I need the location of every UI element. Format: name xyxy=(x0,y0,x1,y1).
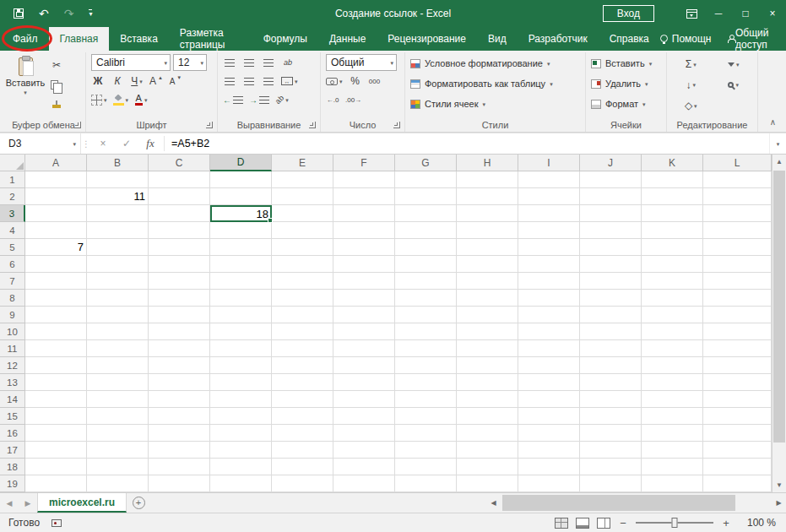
row-header-19[interactable]: 19 xyxy=(0,475,25,492)
cell-J15[interactable] xyxy=(580,408,642,425)
cell-B3[interactable] xyxy=(87,205,149,222)
cell-F10[interactable] xyxy=(333,323,395,340)
underline-button[interactable]: Ч▾ xyxy=(130,73,144,90)
cell-H9[interactable] xyxy=(457,307,518,323)
cell-L6[interactable] xyxy=(703,256,772,273)
cell-D15[interactable] xyxy=(210,408,272,425)
cell-G7[interactable] xyxy=(395,273,457,290)
clipboard-dialog-launcher[interactable] xyxy=(74,122,81,128)
row-header-6[interactable]: 6 xyxy=(0,256,25,273)
column-header-B[interactable]: B xyxy=(87,155,149,171)
cell-I8[interactable] xyxy=(518,290,580,307)
column-header-J[interactable]: J xyxy=(580,155,642,171)
alignment-dialog-launcher[interactable] xyxy=(309,122,316,128)
name-box[interactable]: D3 ▾ xyxy=(0,133,81,154)
cell-I1[interactable] xyxy=(518,171,580,188)
select-all-button[interactable] xyxy=(0,155,25,171)
cell-F9[interactable] xyxy=(333,307,395,323)
cell-E10[interactable] xyxy=(272,323,333,340)
cell-I14[interactable] xyxy=(518,391,580,408)
cell-A8[interactable] xyxy=(25,290,87,307)
cell-J11[interactable] xyxy=(580,340,642,357)
tab-data[interactable]: Данные xyxy=(318,27,377,51)
enter-button[interactable]: ✓ xyxy=(115,133,138,154)
tab-developer[interactable]: Разработчик xyxy=(518,27,599,51)
cell-L17[interactable] xyxy=(703,442,772,459)
row-header-1[interactable]: 1 xyxy=(0,171,25,188)
row-header-5[interactable]: 5 xyxy=(0,239,25,256)
bold-button[interactable]: Ж xyxy=(91,73,105,90)
cell-D5[interactable] xyxy=(210,239,272,256)
scroll-up-button[interactable]: ▲ xyxy=(772,155,786,169)
cell-J1[interactable] xyxy=(580,171,642,188)
cell-I17[interactable] xyxy=(518,442,580,459)
cell-B16[interactable] xyxy=(87,425,149,442)
cell-A18[interactable] xyxy=(25,459,87,475)
column-header-E[interactable]: E xyxy=(272,155,333,171)
align-center-button[interactable] xyxy=(242,73,256,90)
cell-I7[interactable] xyxy=(518,273,580,290)
column-header-C[interactable]: C xyxy=(149,155,210,171)
sort-filter-button[interactable]: ▾ xyxy=(718,56,750,73)
cell-I2[interactable] xyxy=(518,188,580,205)
cell-A5[interactable]: 7 xyxy=(25,239,87,256)
cell-A17[interactable] xyxy=(25,442,87,459)
cell-B13[interactable] xyxy=(87,374,149,391)
cell-F7[interactable] xyxy=(333,273,395,290)
minimize-button[interactable]: ─ xyxy=(705,0,732,27)
cell-D14[interactable] xyxy=(210,391,272,408)
format-as-table-button[interactable]: Форматировать как таблицу ▾ xyxy=(409,73,582,94)
cell-D8[interactable] xyxy=(210,290,272,307)
tab-file[interactable]: Файл xyxy=(2,27,49,51)
cell-L8[interactable] xyxy=(703,290,772,307)
cell-G10[interactable] xyxy=(395,323,457,340)
cell-H14[interactable] xyxy=(457,391,518,408)
cell-L18[interactable] xyxy=(703,459,772,475)
formula-bar-expand-button[interactable]: ▾ xyxy=(769,133,786,154)
cell-K14[interactable] xyxy=(642,391,703,408)
scroll-right-button[interactable]: ▶ xyxy=(772,493,786,513)
cell-A1[interactable] xyxy=(25,171,87,188)
zoom-slider-thumb[interactable] xyxy=(672,518,678,528)
cell-F18[interactable] xyxy=(333,459,395,475)
cell-K6[interactable] xyxy=(642,256,703,273)
cell-L13[interactable] xyxy=(703,374,772,391)
font-color-button[interactable]: А▾ xyxy=(134,91,148,108)
view-page-break-button[interactable] xyxy=(597,518,610,529)
cell-A11[interactable] xyxy=(25,340,87,357)
cell-E18[interactable] xyxy=(272,459,333,475)
cell-H8[interactable] xyxy=(457,290,518,307)
cell-L3[interactable] xyxy=(703,205,772,222)
italic-button[interactable]: К xyxy=(111,73,124,90)
row-header-13[interactable]: 13 xyxy=(0,374,25,391)
cell-J8[interactable] xyxy=(580,290,642,307)
row-header-9[interactable]: 9 xyxy=(0,307,25,323)
cell-B2[interactable]: 11 xyxy=(87,188,149,205)
cell-B5[interactable] xyxy=(87,239,149,256)
cell-I9[interactable] xyxy=(518,307,580,323)
cell-J2[interactable] xyxy=(580,188,642,205)
cell-H3[interactable] xyxy=(457,205,518,222)
cell-A3[interactable] xyxy=(25,205,87,222)
cell-D6[interactable] xyxy=(210,256,272,273)
cell-L15[interactable] xyxy=(703,408,772,425)
cell-G12[interactable] xyxy=(395,357,457,374)
cell-G15[interactable] xyxy=(395,408,457,425)
cell-I5[interactable] xyxy=(518,239,580,256)
cell-F15[interactable] xyxy=(333,408,395,425)
format-painter-button[interactable] xyxy=(50,95,63,112)
sign-in-button[interactable]: Вход xyxy=(603,5,654,22)
scroll-down-button[interactable]: ▼ xyxy=(772,478,786,492)
cell-H13[interactable] xyxy=(457,374,518,391)
cell-F3[interactable] xyxy=(333,205,395,222)
cell-K17[interactable] xyxy=(642,442,703,459)
column-header-L[interactable]: L xyxy=(703,155,772,171)
cell-A6[interactable] xyxy=(25,256,87,273)
cell-L19[interactable] xyxy=(703,475,772,492)
cell-K15[interactable] xyxy=(642,408,703,425)
cell-D19[interactable] xyxy=(210,475,272,492)
align-left-button[interactable] xyxy=(223,73,236,90)
cell-G9[interactable] xyxy=(395,307,457,323)
cell-F17[interactable] xyxy=(333,442,395,459)
cell-I15[interactable] xyxy=(518,408,580,425)
